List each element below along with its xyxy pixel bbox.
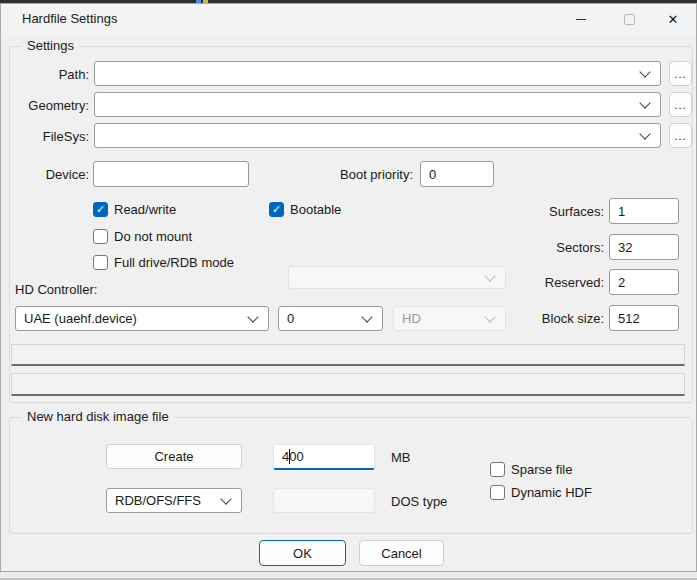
titlebar: Hardfile Settings ✕: [1, 4, 696, 34]
full-drive-rdb-label: Full drive/RDB mode: [114, 255, 234, 270]
surfaces-value: 1: [618, 204, 625, 219]
sparse-file-checkbox[interactable]: Sparse file: [490, 462, 572, 477]
checkbox-box: [93, 229, 108, 244]
chevron-down-icon: [484, 270, 495, 281]
reserved-field[interactable]: 2: [609, 269, 679, 295]
sectors-value: 32: [618, 240, 632, 255]
dos-type-field: [273, 488, 375, 513]
path-label: Path:: [11, 67, 89, 82]
boot-priority-field[interactable]: 0: [420, 161, 494, 187]
checkbox-check-icon: ✓: [269, 202, 284, 217]
minimize-icon: [576, 19, 586, 20]
background-window-sliver-bottom: [0, 572, 697, 580]
bootable-label: Bootable: [290, 202, 341, 217]
create-button[interactable]: Create: [106, 444, 242, 469]
full-drive-rdb-checkbox[interactable]: Full drive/RDB mode: [93, 255, 234, 270]
checkbox-box: [490, 485, 505, 500]
ellipsis-icon: ...: [674, 68, 686, 80]
path-browse-button[interactable]: ...: [669, 61, 692, 86]
filesystem-combobox[interactable]: RDB/OFS/FFS: [106, 488, 242, 513]
controller-unit-combobox[interactable]: 0: [278, 306, 383, 331]
ellipsis-icon: ...: [674, 99, 686, 111]
surfaces-label: Surfaces:: [484, 204, 604, 219]
sectors-field[interactable]: 32: [609, 234, 679, 260]
hardfile-settings-dialog: Hardfile Settings ✕ Settings Path: ... G…: [0, 3, 697, 572]
hardfile-info-bar-2: [11, 373, 685, 396]
close-icon: ✕: [668, 13, 679, 26]
path-combobox[interactable]: [94, 61, 661, 86]
read-write-checkbox[interactable]: ✓ Read/write: [93, 202, 176, 217]
new-hardfile-group: New hard disk image file: [9, 417, 693, 534]
maximize-button: [609, 4, 649, 34]
ok-button[interactable]: OK: [259, 540, 346, 566]
checkbox-check-icon: ✓: [93, 202, 108, 217]
dynamic-hdf-label: Dynamic HDF: [511, 485, 592, 500]
minimize-button[interactable]: [561, 4, 601, 34]
window-title: Hardfile Settings: [22, 11, 117, 26]
dynamic-hdf-checkbox[interactable]: Dynamic HDF: [490, 485, 592, 500]
boot-priority-value: 0: [429, 167, 436, 182]
reserved-value: 2: [618, 275, 625, 290]
close-button[interactable]: ✕: [653, 4, 693, 34]
chevron-down-icon: [484, 311, 495, 322]
new-hardfile-group-label: New hard disk image file: [22, 409, 174, 424]
controller-type-value: HD: [402, 311, 421, 326]
dos-type-label: DOS type: [391, 494, 447, 509]
read-write-label: Read/write: [114, 202, 176, 217]
filesys-combobox[interactable]: [94, 123, 661, 148]
filesys-label: FileSys:: [11, 129, 89, 144]
hd-controller-combobox[interactable]: UAE (uaehf.device): [15, 306, 269, 331]
chevron-down-icon: [639, 66, 650, 77]
geometry-browse-button[interactable]: ...: [669, 92, 692, 117]
size-mb-field[interactable]: 400: [273, 444, 375, 470]
device-field[interactable]: [93, 161, 249, 187]
block-size-value: 512: [618, 311, 640, 326]
chevron-down-icon: [639, 128, 650, 139]
block-size-field[interactable]: 512: [609, 305, 679, 331]
maximize-icon: [624, 14, 635, 25]
cancel-button[interactable]: Cancel: [359, 540, 444, 566]
geometry-combobox[interactable]: [94, 92, 661, 117]
checkbox-box: [490, 462, 505, 477]
mb-label: MB: [391, 450, 411, 465]
boot-priority-label: Boot priority:: [313, 167, 413, 182]
settings-group-label: Settings: [22, 38, 79, 53]
checkbox-box: [93, 255, 108, 270]
do-not-mount-label: Do not mount: [114, 229, 192, 244]
ellipsis-icon: ...: [674, 130, 686, 142]
chevron-down-icon: [247, 311, 258, 322]
size-mb-value: 400: [282, 449, 304, 464]
filesystem-value: RDB/OFS/FFS: [115, 493, 201, 508]
controller-unit-value: 0: [287, 311, 294, 326]
geometry-label: Geometry:: [11, 98, 89, 113]
device-label: Device:: [11, 167, 89, 182]
hardfile-info-bar: [11, 344, 685, 366]
controller-type-combobox: HD: [393, 306, 506, 331]
surfaces-field[interactable]: 1: [609, 198, 679, 224]
bootable-checkbox[interactable]: ✓ Bootable: [269, 202, 341, 217]
hd-controller-value: UAE (uaehf.device): [24, 311, 137, 326]
chevron-down-icon: [361, 311, 372, 322]
hd-controller-label: HD Controller:: [15, 282, 97, 297]
sectors-label: Sectors:: [484, 240, 604, 255]
text-caret: [289, 449, 290, 464]
chevron-down-icon: [220, 493, 231, 504]
rdb-mode-combobox: [288, 266, 506, 289]
chevron-down-icon: [639, 97, 650, 108]
sparse-file-label: Sparse file: [511, 462, 572, 477]
do-not-mount-checkbox[interactable]: Do not mount: [93, 229, 192, 244]
filesys-browse-button[interactable]: ...: [669, 123, 692, 148]
